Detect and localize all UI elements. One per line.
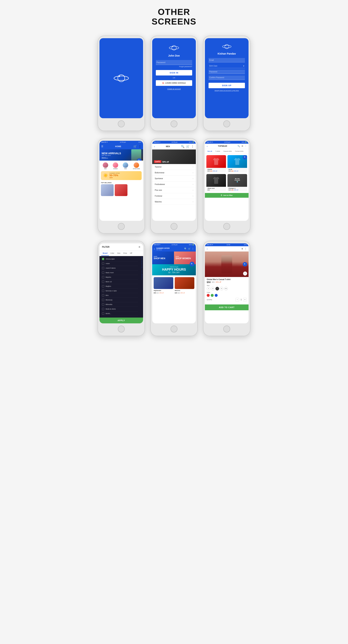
tab-casual[interactable]: Casual shirts <box>222 150 233 152</box>
size-m[interactable]: M <box>211 287 215 290</box>
category-women[interactable]: WOMEN <box>113 162 118 169</box>
sort-filter-bar[interactable]: ☰ Sort & Filter <box>205 193 248 198</box>
size-xxl[interactable]: XXL <box>224 287 228 290</box>
alpha-o[interactable]: O <box>142 277 142 278</box>
brand-item-basic[interactable]: Basic muni <box>102 270 138 275</box>
men-back-button[interactable]: ‹ <box>154 145 155 148</box>
brand-checkbox-basic[interactable] <box>102 272 104 274</box>
alpha-j[interactable]: J <box>142 270 142 271</box>
home-button-5[interactable] <box>170 223 178 230</box>
summer-product-mactree[interactable]: Mactree $49 $68 29% off <box>175 277 194 294</box>
wishlist-button[interactable]: ♡ <box>243 272 247 276</box>
shirt-thumbnail[interactable] <box>115 184 128 196</box>
brand-checkbox-boda[interactable] <box>102 308 104 310</box>
brand-checkbox-bencorp[interactable] <box>102 290 104 292</box>
summer-more-icon[interactable]: ⋮ <box>192 248 194 250</box>
men-cart-icon[interactable]: 🛒 <box>186 145 190 148</box>
menu-watches[interactable]: Watches › <box>152 199 196 205</box>
password-input[interactable] <box>156 60 192 65</box>
add-to-cart-button[interactable]: ADD TO CART <box>205 304 248 310</box>
brand-checkbox-avent[interactable] <box>102 267 104 269</box>
email-field[interactable] <box>208 58 245 62</box>
brand-item-almora[interactable]: ✓ Almora djain <box>102 257 138 261</box>
google-login-button[interactable]: G LOGIN USING GOOGLE <box>156 80 192 86</box>
home-button-4[interactable] <box>118 223 125 230</box>
filter-tab-size[interactable]: Size <box>116 251 122 256</box>
filter-tab-off[interactable]: Off <box>128 251 134 256</box>
tab-see-all[interactable]: See all <box>206 150 213 152</box>
home-button-1[interactable] <box>118 120 125 127</box>
alpha-l[interactable]: L <box>142 273 142 274</box>
menu-plussize[interactable]: Plus size › <box>152 187 196 193</box>
forgot-password-link[interactable]: Forgot password? <box>156 66 192 68</box>
size-s[interactable]: S <box>207 287 210 290</box>
men-search-icon[interactable]: 🔍 <box>181 145 184 148</box>
hamburger-icon[interactable]: ☰ <box>101 145 103 148</box>
brand-checkbox-brinhi[interactable] <box>102 312 104 315</box>
quantity-increase-button[interactable]: + <box>243 298 247 302</box>
summer-back-button[interactable]: ‹ <box>154 247 155 250</box>
home-button-3[interactable] <box>223 120 230 127</box>
product-global[interactable]: Global $50 $70 29% off <box>206 155 226 172</box>
men-more-icon[interactable]: ⋮ <box>191 145 194 148</box>
detail-back-button[interactable]: ‹ <box>207 247 208 250</box>
brand-item-bencorp[interactable]: bencorp o cipio <box>102 289 138 293</box>
alpha-e[interactable]: E <box>142 262 142 264</box>
products-search-fab[interactable]: 🔍 <box>243 155 247 160</box>
alpha-d[interactable]: D <box>142 261 142 262</box>
topwear-more-icon[interactable]: ⋮ <box>245 145 247 147</box>
detail-share-icon[interactable]: ⬆ <box>241 248 243 250</box>
tab-tshirts[interactable]: T-shirts <box>214 150 221 152</box>
brand-checkbox-axion[interactable] <box>102 262 104 264</box>
alpha-i[interactable]: I <box>142 268 142 270</box>
brand-checkbox-bilonokla[interactable] <box>102 303 104 306</box>
birthdate-field[interactable]: Birth Date ▾ <box>208 64 245 68</box>
brand-item-benn[interactable]: Benn 10 <box>102 280 138 284</box>
menu-footwear[interactable]: Footwear › <box>152 193 196 199</box>
summer-search-icon[interactable]: 🔍 <box>184 248 187 250</box>
brand-item-beglion[interactable]: Beglion <box>102 284 138 289</box>
brand-item-brinhi[interactable]: Brinhi... <box>102 311 138 316</box>
alpha-c[interactable]: C <box>142 260 142 261</box>
brand-item-bejulno[interactable]: Bejulno <box>102 275 138 280</box>
home-button-9[interactable] <box>223 326 230 332</box>
already-account-link[interactable]: Already have an account? Login Here <box>214 90 239 91</box>
color-blue[interactable] <box>215 294 218 297</box>
menu-sportwear[interactable]: Sportwear › <box>152 176 196 182</box>
product-changeli[interactable]: BE THECHANGE🌍 Change Li $49 $68 29% off <box>228 174 247 192</box>
apply-filter-button[interactable]: APPLY <box>100 318 143 323</box>
tab-formal[interactable]: Formal shirts <box>234 150 244 152</box>
alpha-f[interactable]: F <box>142 264 142 265</box>
shop-men-banner[interactable]: SHOP SHOP MEN <box>152 252 174 264</box>
brand-checkbox-bionovuij[interactable] <box>102 299 104 301</box>
topwear-back-button[interactable]: ‹ <box>207 145 208 148</box>
sign-in-button[interactable]: SIGN IN <box>156 70 192 76</box>
category-offer[interactable]: OFFER ZONE <box>133 162 140 169</box>
brand-checkbox-brio[interactable] <box>102 294 104 296</box>
brand-checkbox-beglion[interactable] <box>102 285 104 287</box>
brand-item-avent[interactable]: Avent li darno <box>102 266 138 270</box>
brand-item-bionovuij[interactable]: Bionovuij <box>102 298 138 302</box>
topwear-cart-icon[interactable]: ⚙ <box>242 145 243 147</box>
alpha-b[interactable]: B <box>142 258 142 259</box>
summer-product-highlander[interactable]: Highlander $50 $70 29% off <box>154 277 173 294</box>
menu-festivalwear[interactable]: Festivalwear › <box>152 182 196 187</box>
size-l[interactable]: L <box>216 287 219 290</box>
alpha-p[interactable]: P <box>142 278 142 280</box>
quantity-decrease-button[interactable]: − <box>236 298 239 302</box>
cart-icon[interactable]: 🛒 <box>133 145 137 148</box>
alpha-a[interactable]: A <box>142 257 142 258</box>
more-icon[interactable]: ⋮ <box>138 145 141 148</box>
brand-item-axion[interactable]: Axion <box>102 261 138 266</box>
summer-search-fab[interactable]: 🔍 <box>190 262 194 266</box>
filter-tab-brand[interactable]: Brand <box>101 251 109 256</box>
product-jirwe[interactable]: Jirwe ecot $80 <box>206 174 226 192</box>
jeans-thumbnail[interactable] <box>101 184 114 196</box>
detail-more-icon[interactable]: ⋮ <box>244 248 247 250</box>
filter-tab-color[interactable]: Color <box>109 251 116 256</box>
signup-password-field[interactable] <box>208 70 245 74</box>
category-kids[interactable]: KIDS <box>123 162 128 169</box>
menu-bottomwear[interactable]: Bottomwear › <box>152 170 196 176</box>
brand-checkbox-almora[interactable]: ✓ <box>102 258 104 260</box>
brand-item-bilonokla[interactable]: Bilonokla <box>102 302 138 307</box>
